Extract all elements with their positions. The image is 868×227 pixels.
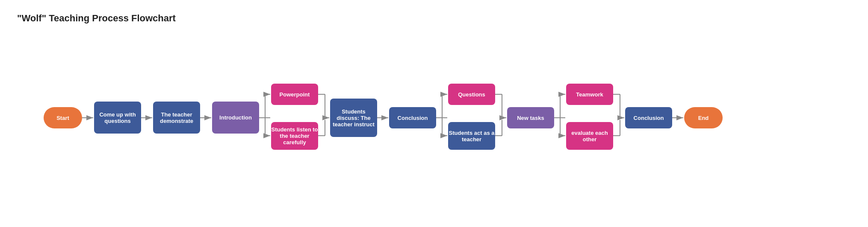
node-start: Start xyxy=(44,107,82,128)
node-teacher-demo: The teacher demonstrate xyxy=(153,102,200,134)
page: "Wolf" Teaching Process Flowchart xyxy=(0,0,868,227)
node-conclusion-1: Conclusion xyxy=(389,107,436,128)
node-students-discuss: Students discuss: The teacher instruct xyxy=(330,99,377,137)
node-questions-2: Questions xyxy=(448,84,495,105)
node-teamwork: Teamwork xyxy=(566,84,613,105)
node-end: End xyxy=(684,107,723,128)
node-intro: Introduction xyxy=(212,102,259,134)
node-questions: Come up with questions xyxy=(94,102,141,134)
node-students-listen: Students listen to the teacher carefully xyxy=(271,122,318,150)
page-title: "Wolf" Teaching Process Flowchart xyxy=(17,13,851,24)
node-new-tasks: New tasks xyxy=(507,107,554,128)
node-evaluate: evaluate each other xyxy=(566,122,613,150)
node-powerpoint: Powerpoint xyxy=(271,84,318,105)
node-conclusion-2: Conclusion xyxy=(625,107,672,128)
node-students-act: Students act as a teacher xyxy=(448,122,495,150)
flowchart-area: Start Come up with questions The teacher… xyxy=(17,28,851,216)
